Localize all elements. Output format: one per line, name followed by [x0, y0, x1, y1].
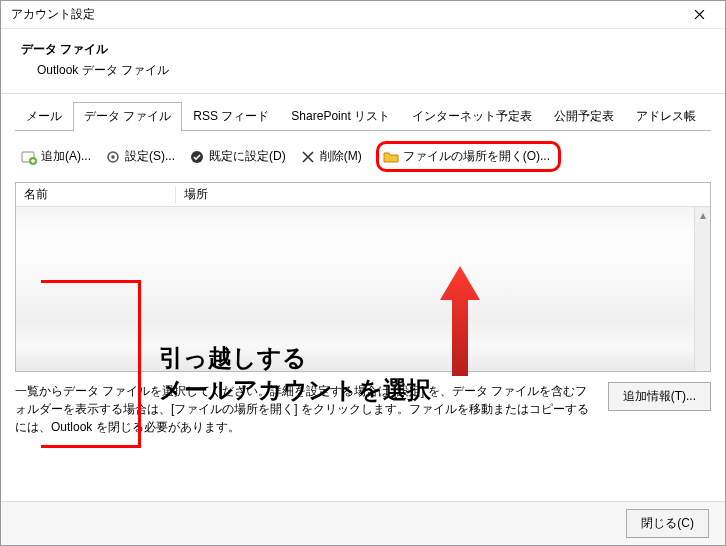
account-settings-window: アカウント設定 データ ファイル Outlook データ ファイル メール デー… [0, 0, 726, 546]
tab-rss[interactable]: RSS フィード [182, 102, 280, 131]
footer: 閉じる(C) [1, 501, 725, 545]
header-subtitle: Outlook データ ファイル [37, 62, 705, 79]
column-name[interactable]: 名前 [16, 186, 176, 203]
set-default-button[interactable]: 既定に設定(D) [189, 148, 286, 165]
close-icon [694, 9, 705, 20]
window-close-button[interactable] [679, 3, 719, 27]
settings-label: 設定(S)... [125, 148, 175, 165]
add-icon [21, 149, 37, 165]
folder-open-icon [383, 149, 399, 165]
open-file-location-button[interactable]: ファイルの場所を開く(O)... [383, 148, 550, 165]
remove-icon [300, 149, 316, 165]
gear-icon [105, 149, 121, 165]
svg-point-3 [111, 155, 115, 159]
open-location-highlight: ファイルの場所を開く(O)... [376, 141, 561, 172]
tab-mail[interactable]: メール [15, 102, 73, 131]
annotation-selection-box [41, 280, 141, 448]
more-info-button[interactable]: 追加情報(T)... [608, 382, 711, 411]
tab-published-calendar[interactable]: 公開予定表 [543, 102, 625, 131]
remove-label: 削除(M) [320, 148, 362, 165]
close-button[interactable]: 閉じる(C) [626, 509, 709, 538]
default-label: 既定に設定(D) [209, 148, 286, 165]
column-path[interactable]: 場所 [176, 186, 710, 203]
tabs-row: メール データ ファイル RSS フィード SharePoint リスト インタ… [15, 102, 711, 131]
scroll-up-icon[interactable]: ▴ [695, 207, 710, 223]
titlebar: アカウント設定 [1, 1, 725, 29]
tab-sharepoint[interactable]: SharePoint リスト [280, 102, 401, 131]
settings-button[interactable]: 設定(S)... [105, 148, 175, 165]
content-area: メール データ ファイル RSS フィード SharePoint リスト インタ… [1, 93, 725, 501]
open-location-label: ファイルの場所を開く(O)... [403, 148, 550, 165]
header-section: データ ファイル Outlook データ ファイル [1, 29, 725, 93]
header-title: データ ファイル [21, 41, 705, 58]
add-label: 追加(A)... [41, 148, 91, 165]
window-title: アカウント設定 [11, 6, 95, 23]
remove-button[interactable]: 削除(M) [300, 148, 362, 165]
vertical-scrollbar[interactable]: ▴ [694, 207, 710, 371]
toolbar: 追加(A)... 設定(S)... 既定に設定(D) 削除(M) [15, 131, 711, 182]
add-button[interactable]: 追加(A)... [21, 148, 91, 165]
check-circle-icon [189, 149, 205, 165]
tab-internet-calendar[interactable]: インターネット予定表 [401, 102, 543, 131]
tab-data-files[interactable]: データ ファイル [73, 102, 182, 132]
tab-address-book[interactable]: アドレス帳 [625, 102, 707, 131]
list-header: 名前 場所 [16, 183, 710, 207]
